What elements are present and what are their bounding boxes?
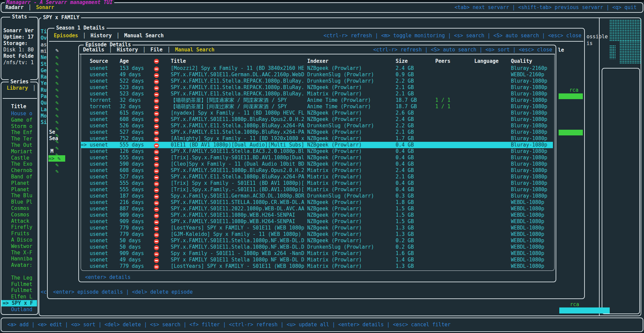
result-row[interactable]: usenet216 daysSPY.x.FAMILY.S01E11.STELLA… [81, 199, 553, 206]
series-list-item[interactable]: Cosmos [11, 205, 29, 212]
series-list-item[interactable]: Band of [11, 174, 32, 180]
pencil-icon[interactable]: ✎ [55, 106, 59, 112]
result-row[interactable]: usenet887 daysSPY.x.FAMILY.S01E11.2022.1… [81, 206, 553, 212]
series-list-item[interactable]: Outland [11, 306, 32, 313]
series-list-item[interactable]: Fullmet [11, 287, 32, 294]
series-list-item[interactable]: Attack [11, 218, 29, 224]
tab-radarr[interactable]: Radarr [5, 4, 24, 11]
pencil-icon[interactable]: ✎ [55, 80, 59, 86]
result-row[interactable]: usenet779 days[GJM-Kaleido] Spy x Family… [81, 231, 553, 238]
series-list-item[interactable]: Avatar: [11, 262, 32, 268]
result-row[interactable]: usenet909 daysSpy x Family - S01E11 - 10… [81, 250, 553, 257]
cell-peers [435, 193, 474, 199]
result-row[interactable]: usenet50 daysSPY.x.FAMILY.S01E11.Stella.… [81, 244, 553, 250]
tab-sonarr[interactable]: Sonarr [36, 4, 54, 11]
season-tab-manual-search[interactable]: Manual Search [124, 33, 164, 39]
cell-age: 153 days [120, 65, 154, 72]
series-list-item[interactable]: Chernob [11, 167, 32, 174]
result-row[interactable]: usenet779 days[LostYears] SPY x FAMILY -… [81, 225, 553, 231]
series-list-item[interactable]: Westwor [11, 243, 32, 250]
series-list-item[interactable]: The Leg [11, 275, 32, 281]
result-row[interactable]: usenet608 daysSPY.x.FAMILY.S01E11.1080p.… [81, 167, 553, 174]
cell-source: usenet [90, 250, 120, 257]
pencil-icon[interactable]: ✎ [55, 113, 59, 119]
series-list-item[interactable]: The X-F [11, 250, 32, 256]
pencil-icon[interactable]: ✎ [55, 119, 59, 125]
result-row[interactable]: usenet49 daysSPY.x.FAMILY.S01E11.German.… [81, 72, 553, 78]
series-list-item[interactable]: Avatar: [11, 268, 32, 275]
cell-age: 555 days [120, 155, 154, 161]
result-row[interactable]: usenet187 daysSpy.x.Family.S01E11.German… [81, 193, 553, 199]
pencil-icon[interactable]: ✎ [55, 74, 59, 80]
series-list-item[interactable]: Moriart [11, 149, 32, 155]
series-list-item[interactable]: The Out [11, 142, 32, 149]
cell-language [474, 135, 511, 142]
series-list-item[interactable]: Castle [11, 155, 29, 161]
tab-separator: │ [28, 4, 31, 11]
series-list-item[interactable]: The Blu [11, 193, 32, 199]
result-row[interactable]: usenet526 daysSPY.x.FAMILY.E11.Stella.10… [81, 123, 553, 129]
series-list-item[interactable]: Cosmos [11, 212, 29, 218]
result-row[interactable]: usenet522 daysSPY.x.FAMILY.E11.Stella.RE… [81, 78, 553, 84]
series-list-item[interactable]: Planet [11, 180, 29, 186]
pencil-icon[interactable]: ✎ [55, 99, 59, 106]
series-list-item[interactable]: Hanniba [11, 256, 32, 262]
episode-tab-manual-search[interactable]: Manual Search [175, 47, 214, 53]
result-row[interactable]: usenet555 days[Trix].Spy.x.Family.-.S01E… [81, 186, 553, 193]
result-row[interactable]: usenet555 days[Trix].Spy.x.Family-S01E11… [81, 155, 553, 161]
tab-library[interactable]: Library [7, 85, 28, 91]
result-row[interactable]: usenet49 daysSPY x FAMILY S01E11 Stella … [81, 257, 553, 263]
cell-age: 779 days [120, 263, 154, 269]
result-row[interactable]: usenet615 days[nyadex] Spy x Family - 11… [81, 110, 553, 116]
result-row[interactable]: usenet909 daysSPY.x.FAMILY.S01E11.1080p.… [81, 212, 553, 218]
result-row[interactable]: usenet523 daysSPY.x.FAMILY.E11.Stella.RE… [81, 84, 553, 91]
result-row[interactable]: usenet126 daysSPY.X.FAMILY.S01E11.Stella… [81, 148, 553, 155]
result-row[interactable]: usenet752 days[Almighty] Spy x Family - … [81, 135, 553, 142]
series-list-item[interactable]: The Exo [11, 161, 32, 167]
series-list-item[interactable]: Fullmet [11, 281, 32, 288]
pencil-icon[interactable]: ✎ [55, 87, 59, 93]
result-row[interactable]: usenet909 daysSPY.x.FAMILY.S01E11.1080p.… [81, 218, 553, 225]
result-row[interactable]: usenet590 days[Cleo]Spy x Family - 11 (D… [81, 161, 553, 167]
result-row[interactable]: usenet527 daysSPY.x.FAMILY.E11.Stella.10… [81, 174, 553, 180]
season-tab-episodes[interactable]: Episodes [54, 33, 78, 39]
pencil-icon[interactable]: ✎ [55, 54, 59, 60]
series-list-item[interactable]: Storm o [11, 123, 32, 130]
pencil-icon[interactable]: ✎ [55, 93, 59, 99]
series-list-item[interactable]: Game of [11, 117, 32, 123]
episode-tab-details[interactable]: Details [83, 47, 104, 53]
season-tab-history[interactable]: History [90, 33, 112, 39]
pencil-icon[interactable]: ✎ [55, 67, 59, 74]
pencil-icon[interactable]: ✎ [55, 60, 59, 67]
result-row[interactable]: usenet153 days[Moozzi2] Spy x Family - 1… [81, 65, 553, 72]
result-row[interactable]: =>usenet555 days01E11 (BD AV1 1080p)[Dua… [81, 142, 553, 148]
result-row[interactable]: usenet50 daysSPY.x.FAMILY.S01E11.Stella.… [81, 238, 553, 244]
series-list-item[interactable]: Blue Pl [11, 199, 32, 205]
cell-indexer: NZBgeek (Prowlarr) [307, 155, 396, 161]
pencil-icon[interactable]: ✎ [55, 162, 59, 168]
series-list-item[interactable]: The Ter [11, 136, 32, 142]
pencil-icon[interactable]: ✎ [55, 168, 59, 174]
series-list-item[interactable]: House o [11, 111, 32, 117]
result-row[interactable]: torrent32 days【喵萌奶茶屋】[間諜過家家 / 間諜家家酒 / SP… [81, 97, 553, 103]
episode-tab-history[interactable]: History [117, 47, 138, 53]
series-list-item[interactable]: Fruits [11, 231, 29, 237]
pencil-icon[interactable]: ✎ [55, 145, 59, 151]
pencil-icon[interactable]: ✎ [55, 125, 59, 132]
result-row[interactable]: usenet608 daysSPY.x.FAMILY.S01E11.1080p.… [81, 116, 553, 123]
result-row[interactable]: usenet527 daysSPY.x.FAMILY.E11.Stella.10… [81, 129, 553, 135]
episodes-selected-row-fragment[interactable]: => ✎ [48, 155, 65, 162]
cell-source: usenet [90, 155, 120, 161]
episode-tab-file[interactable]: File [151, 47, 163, 53]
result-row[interactable]: usenet555 days[Trix] Spy x Family - S01E… [81, 180, 553, 186]
result-row[interactable]: torrent32 days【喵萌奶茶屋】[间谍过家家 / 间谍家家酒 / SP… [81, 103, 553, 110]
result-row[interactable]: usenet779 days[LostYears] SPY x FAMILY -… [81, 263, 553, 269]
series-list-item[interactable]: Elfen L [11, 294, 32, 300]
series-list-item-selected[interactable]: => SPY x F [1, 300, 37, 306]
pencil-icon[interactable]: ✎ [55, 47, 59, 53]
series-list-item[interactable]: Planet [11, 186, 29, 193]
series-list-item[interactable]: A Disco [11, 237, 32, 243]
series-list-item[interactable]: Firefly [11, 224, 32, 231]
result-row[interactable]: usenet523 daysSPY.x.FAMILY.E11.Stella.RE… [81, 91, 553, 97]
series-list-item[interactable]: The Enf [11, 129, 32, 136]
